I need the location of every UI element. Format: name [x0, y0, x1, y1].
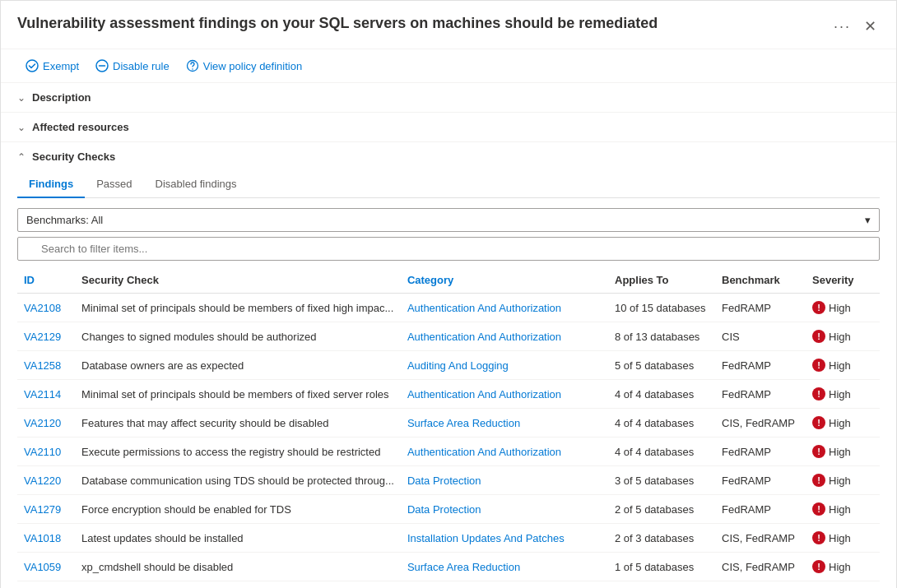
- description-section-header[interactable]: ⌄ Description: [1, 83, 896, 112]
- severity-icon: !: [812, 445, 825, 458]
- affected-resources-section: ⌄ Affected resources: [1, 113, 896, 142]
- cell-applies-to: 10 of 15 databases: [608, 294, 715, 322]
- security-checks-header[interactable]: ⌃ Security Checks: [1, 142, 896, 171]
- table-row: VA1059 xp_cmdshell should be disabled Su…: [17, 553, 880, 581]
- severity-badge: ! High: [812, 359, 873, 372]
- view-policy-button[interactable]: View policy definition: [178, 56, 310, 76]
- severity-badge: ! High: [812, 474, 873, 487]
- id-link[interactable]: VA2120: [24, 417, 61, 429]
- cell-category: Installation Updates And Patches: [401, 524, 608, 553]
- severity-label: High: [829, 503, 851, 516]
- description-section: ⌄ Description: [1, 83, 896, 113]
- severity-badge: ! High: [812, 416, 873, 429]
- exempt-icon: [26, 59, 39, 72]
- table-body: VA2108 Minimal set of principals should …: [17, 294, 880, 581]
- severity-label: High: [829, 561, 851, 573]
- category-link[interactable]: Authentication And Authorization: [407, 302, 561, 314]
- category-link[interactable]: Authentication And Authorization: [407, 388, 561, 400]
- severity-badge: ! High: [812, 301, 873, 314]
- severity-icon: !: [812, 416, 825, 429]
- svg-point-4: [192, 68, 193, 70]
- check-text: Minimal set of principals should be memb…: [81, 388, 389, 400]
- findings-table-container: ID Security Check Category Applies To Be…: [17, 267, 880, 581]
- filter-section: Benchmarks: All ▾ 🔍: [17, 208, 880, 261]
- cell-check: Changes to signed modules should be auth…: [75, 322, 401, 351]
- tab-disabled-findings[interactable]: Disabled findings: [144, 171, 249, 198]
- policy-icon: [186, 59, 199, 72]
- category-link[interactable]: Authentication And Authorization: [407, 331, 561, 343]
- id-link[interactable]: VA2110: [24, 446, 61, 458]
- cell-id: VA1059: [17, 553, 75, 581]
- cell-id: VA2114: [17, 380, 75, 409]
- tabs: Findings Passed Disabled findings: [17, 171, 880, 198]
- category-link[interactable]: Data Protection: [407, 503, 481, 516]
- cell-category: Data Protection: [401, 495, 608, 524]
- category-link[interactable]: Data Protection: [407, 475, 481, 487]
- more-options-button[interactable]: ···: [830, 15, 854, 39]
- security-checks-section: ⌃ Security Checks Findings Passed Disabl…: [1, 142, 896, 588]
- cell-check: Latest updates should be installed: [75, 524, 401, 553]
- findings-table: ID Security Check Category Applies To Be…: [17, 267, 880, 581]
- id-link[interactable]: VA1059: [24, 561, 61, 573]
- id-link[interactable]: VA1220: [24, 475, 61, 487]
- cell-check: Minimal set of principals should be memb…: [75, 294, 401, 322]
- affected-resources-title: Affected resources: [32, 121, 129, 133]
- table-row: VA1258 Database owners are as expected A…: [17, 351, 880, 380]
- severity-label: High: [829, 302, 851, 314]
- id-link[interactable]: VA1279: [24, 503, 61, 516]
- close-button[interactable]: ✕: [861, 14, 880, 39]
- cell-severity: ! High: [806, 466, 880, 495]
- id-link[interactable]: VA2108: [24, 302, 61, 314]
- id-link[interactable]: VA2114: [24, 388, 61, 400]
- cell-category: Authentication And Authorization: [401, 380, 608, 409]
- category-link[interactable]: Authentication And Authorization: [407, 446, 561, 458]
- table-header-row: ID Security Check Category Applies To Be…: [17, 267, 880, 294]
- cell-id: VA1279: [17, 495, 75, 524]
- category-link[interactable]: Surface Area Reduction: [407, 417, 520, 429]
- category-link[interactable]: Auditing And Logging: [407, 359, 509, 372]
- cell-id: VA1220: [17, 466, 75, 495]
- cell-benchmark: FedRAMP: [715, 351, 806, 380]
- ellipsis-icon: ···: [834, 18, 851, 35]
- cell-check: Execute permissions to access the regist…: [75, 438, 401, 466]
- disable-rule-button[interactable]: Disable rule: [87, 56, 178, 76]
- id-link[interactable]: VA2129: [24, 331, 61, 343]
- search-input[interactable]: [17, 237, 880, 261]
- table-row: VA1279 Force encryption should be enable…: [17, 495, 880, 524]
- table-head: ID Security Check Category Applies To Be…: [17, 267, 880, 294]
- id-link[interactable]: VA1258: [24, 359, 61, 372]
- cell-benchmark: FedRAMP: [715, 495, 806, 524]
- check-text: Minimal set of principals should be memb…: [81, 302, 393, 314]
- benchmarks-dropdown[interactable]: Benchmarks: All ▾: [17, 208, 880, 232]
- tab-passed[interactable]: Passed: [85, 171, 143, 198]
- check-text: Database communication using TDS should …: [81, 475, 394, 487]
- severity-label: High: [829, 475, 851, 487]
- tab-findings[interactable]: Findings: [17, 171, 85, 198]
- category-link[interactable]: Installation Updates And Patches: [407, 532, 565, 544]
- cell-check: xp_cmdshell should be disabled: [75, 553, 401, 581]
- affected-chevron: ⌄: [17, 122, 26, 133]
- cell-benchmark: FedRAMP: [715, 466, 806, 495]
- id-link[interactable]: VA1018: [24, 532, 61, 544]
- cell-check: Force encryption should be enabled for T…: [75, 495, 401, 524]
- table-row: VA2120 Features that may affect security…: [17, 409, 880, 438]
- severity-icon: !: [812, 301, 825, 314]
- category-link[interactable]: Surface Area Reduction: [407, 561, 520, 573]
- disable-rule-label: Disable rule: [113, 60, 170, 72]
- cell-category: Surface Area Reduction: [401, 409, 608, 438]
- severity-label: High: [829, 359, 851, 372]
- cell-category: Authentication And Authorization: [401, 438, 608, 466]
- check-text: Changes to signed modules should be auth…: [81, 331, 316, 343]
- severity-badge: ! High: [812, 330, 873, 343]
- cell-applies-to: 2 of 3 databases: [608, 524, 715, 553]
- col-header-benchmark: Benchmark: [715, 267, 806, 294]
- search-wrapper: 🔍: [17, 237, 880, 261]
- exempt-button[interactable]: Exempt: [17, 56, 87, 76]
- cell-severity: ! High: [806, 524, 880, 553]
- severity-icon: !: [812, 560, 825, 573]
- cell-id: VA2129: [17, 322, 75, 351]
- security-checks-content: Findings Passed Disabled findings Benchm…: [1, 171, 896, 588]
- cell-id: VA1018: [17, 524, 75, 553]
- affected-resources-header[interactable]: ⌄ Affected resources: [1, 113, 896, 141]
- cell-benchmark: FedRAMP: [715, 294, 806, 322]
